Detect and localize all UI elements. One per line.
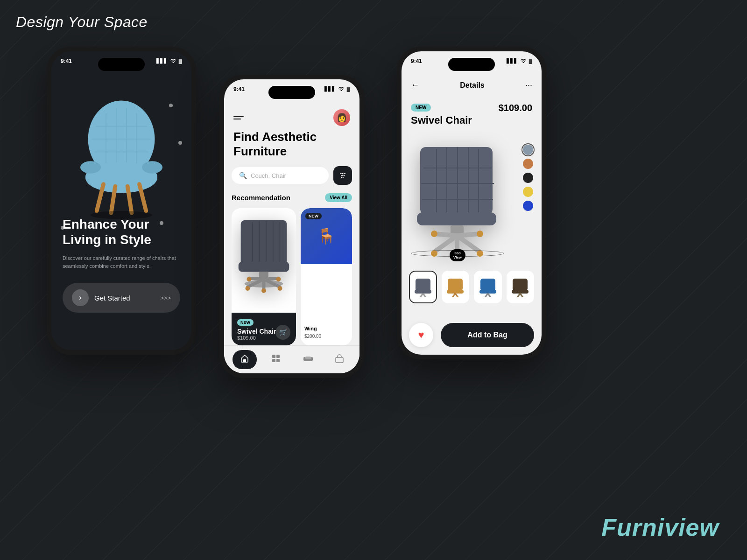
user-avatar[interactable]: 👩 (333, 109, 350, 126)
nav-bag[interactable] (328, 350, 351, 369)
product-card-swivel[interactable]: NEW Swivel Chair $109.00 🛒 (232, 208, 296, 345)
splash-chair (70, 94, 173, 225)
phone-1-frame: 9:41 ▋▋▋ ▓ (47, 47, 196, 355)
more-options-button[interactable]: ··· (525, 80, 532, 90)
bag-icon (335, 354, 344, 365)
wifi-icon-2 (338, 86, 345, 92)
svg-line-88 (520, 294, 523, 297)
thumbnail-1[interactable] (409, 271, 437, 303)
svg-point-20 (342, 173, 344, 175)
product-header: NEW Swivel Chair $109.00 (411, 103, 532, 126)
svg-rect-43 (272, 355, 275, 358)
svg-rect-46 (276, 359, 280, 362)
svg-line-67 (457, 234, 479, 236)
nav-grid[interactable] (264, 350, 288, 369)
status-icons-1: ▋▋▋ ▓ (156, 58, 182, 64)
svg-line-76 (423, 294, 426, 297)
product-detail-name: Swivel Chair (411, 114, 472, 126)
svg-rect-44 (276, 355, 280, 358)
filter-button[interactable] (333, 166, 352, 185)
nav-sofa[interactable] (296, 351, 321, 368)
view-all-button[interactable]: View All (325, 193, 352, 202)
search-input-wrap[interactable]: 🔍 Couch, Chair (232, 167, 329, 184)
svg-rect-78 (447, 290, 464, 294)
svg-rect-73 (416, 279, 430, 292)
svg-rect-74 (415, 290, 431, 294)
svg-rect-50 (305, 357, 311, 359)
splash-headline: Enhance Your Living in Style (63, 217, 180, 248)
product-chair-image (409, 142, 507, 259)
browse-header: 👩 (224, 104, 359, 126)
page-title: Design Your Space (16, 14, 148, 31)
signal-icon-2: ▋▋▋ (324, 86, 336, 91)
color-swatch-blue[interactable] (523, 201, 533, 211)
thumbnail-2[interactable] (442, 271, 470, 303)
add-to-bag-button[interactable]: Add to Bag (441, 323, 534, 347)
svg-rect-29 (239, 262, 289, 272)
new-badge-swivel: NEW (237, 319, 254, 326)
details-nav-title: Details (460, 81, 484, 90)
brand-name: Furniview (601, 513, 719, 541)
status-time-2: 9:41 (233, 86, 245, 92)
svg-rect-81 (480, 279, 495, 291)
phone-2-frame: 9:41 ▋▋▋ ▓ 👩 Find Aesthetic Furniture (219, 75, 364, 378)
thumbnail-strip (409, 271, 534, 303)
heart-icon: ♥ (418, 329, 424, 341)
svg-point-21 (343, 175, 345, 176)
svg-point-37 (246, 286, 250, 291)
svg-rect-61 (417, 212, 496, 225)
color-swatch-brown[interactable] (523, 159, 533, 169)
details-nav-header: ← Details ··· (402, 76, 542, 95)
product-detail-price: $109.00 (499, 103, 532, 113)
search-bar[interactable]: 🔍 Couch, Chair (232, 166, 352, 185)
cart-button-swivel[interactable]: 🛒 (275, 325, 290, 340)
bottom-nav (224, 345, 359, 373)
browse-title: Find Aesthetic Furniture (233, 130, 317, 159)
svg-line-84 (488, 294, 491, 297)
splash-content: Enhance Your Living in Style Discover ou… (63, 217, 180, 313)
svg-rect-52 (420, 147, 493, 215)
dynamic-island-3 (448, 58, 495, 71)
product-info: NEW Swivel Chair (411, 103, 472, 126)
get-started-label: Get Started (94, 294, 155, 302)
get-started-button[interactable]: › Get Started >>> (63, 283, 180, 313)
color-swatch-black[interactable] (523, 173, 533, 183)
svg-point-11 (142, 161, 162, 173)
color-swatches (523, 145, 533, 211)
chair-display-area: 360View (402, 135, 514, 266)
wing-price: $200.00 (304, 334, 321, 339)
wing-name: Wing (304, 326, 317, 331)
hamburger-menu-icon[interactable] (233, 116, 244, 119)
product-cards: NEW Swivel Chair $109.00 🛒 NEW 🪑 Wing $2… (224, 208, 359, 345)
svg-point-71 (431, 231, 437, 237)
dynamic-island-1 (98, 58, 145, 71)
thumbnail-3[interactable] (474, 271, 502, 303)
color-swatch-yellow[interactable] (523, 187, 533, 197)
color-swatch-gray[interactable] (523, 145, 533, 155)
splash-description: Discover our carefully curated range of … (63, 254, 180, 270)
browse-section-header: Recommendation View All (232, 193, 352, 202)
svg-rect-45 (272, 359, 275, 362)
svg-rect-82 (479, 290, 496, 294)
svg-rect-51 (336, 357, 343, 363)
search-icon: 🔍 (239, 172, 247, 179)
back-button[interactable]: ← (411, 80, 419, 90)
get-started-arrow-circle: › (72, 289, 89, 306)
thumbnail-4[interactable] (507, 271, 535, 303)
product-new-badge: NEW (411, 104, 431, 112)
wifi-icon-1 (170, 58, 176, 64)
360-view-badge[interactable]: 360View (450, 249, 465, 261)
status-time-1: 9:41 (61, 58, 72, 64)
status-icons-3: ▋▋▋ ▓ (507, 58, 532, 64)
status-icons-2: ▋▋▋ ▓ (324, 86, 350, 92)
battery-icon-1: ▓ (179, 58, 182, 63)
wishlist-button[interactable]: ♥ (409, 323, 433, 347)
nav-home[interactable] (233, 350, 257, 369)
svg-line-66 (435, 234, 457, 236)
svg-rect-85 (513, 279, 528, 291)
home-icon (240, 354, 249, 365)
status-time-3: 9:41 (411, 58, 422, 64)
new-badge-wing: NEW (305, 213, 322, 219)
svg-rect-77 (448, 279, 463, 291)
product-card-wing[interactable]: NEW 🪑 Wing $200.00 (301, 208, 352, 345)
